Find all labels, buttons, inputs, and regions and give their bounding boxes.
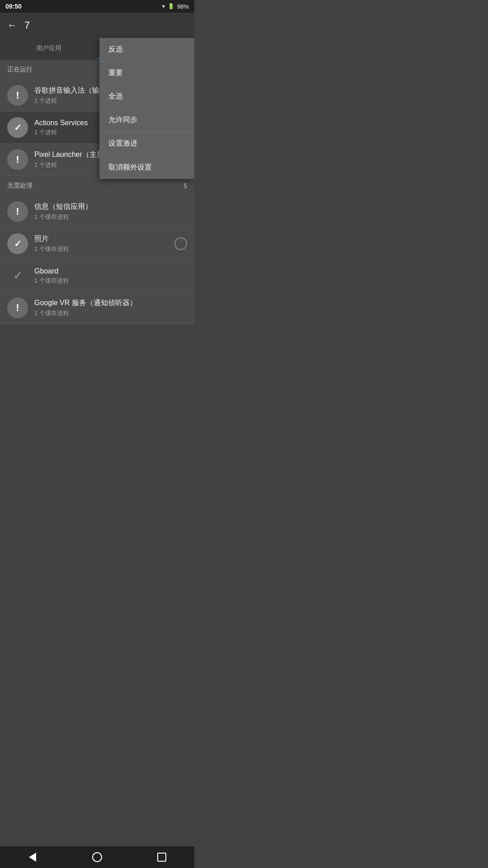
dropdown-item-select-all[interactable]: 全选 (99, 85, 194, 108)
app-sub-5: 1 个缓存进程 (34, 245, 174, 253)
app-sub-7: 1 个缓存进程 (34, 309, 187, 317)
app-item-gboard[interactable]: ✓ Gboard 1 个缓存进程 (0, 260, 194, 292)
app-icon-check-1: ✓ (7, 117, 28, 138)
app-icon-check-2: ✓ (7, 233, 28, 254)
dropdown-menu: 反选 重要 全选 允许同步 设置激进 取消额外设置 (99, 38, 194, 179)
battery-percent: 98% (177, 3, 189, 10)
section-running-title: 正在运行 (7, 66, 33, 74)
app-item-photos[interactable]: ✓ 照片 1 个缓存进程 (0, 228, 194, 260)
app-name-5: 照片 (34, 234, 174, 244)
dropdown-item-important[interactable]: 重要 (99, 61, 194, 85)
app-icon-exclaim-5: ! (7, 297, 28, 318)
dropdown-item-invert[interactable]: 反选 (99, 38, 194, 61)
app-icon-exclaim-4: ! (7, 201, 28, 222)
app-sub-6: 1 个缓存进程 (34, 277, 187, 285)
section-cached-title: 无需处理 (7, 182, 33, 190)
app-name-4: 信息（短信应用） (34, 202, 187, 212)
time-display: 09:50 (5, 3, 22, 10)
radio-button-photos[interactable] (174, 237, 187, 250)
tab-user-apps[interactable]: 用户应用 (0, 38, 97, 59)
back-button[interactable]: ← (7, 19, 17, 31)
status-bar: 09:50 ▾ 🔋 98% (0, 0, 194, 13)
dropdown-item-allow-sync[interactable]: 允许同步 (99, 108, 194, 132)
header: ← 7 (0, 13, 194, 38)
wifi-icon: ▾ (162, 3, 165, 9)
app-name-6: Gboard (34, 267, 187, 275)
page-title: 7 (24, 19, 30, 31)
app-icon-exclaim-3: ! (7, 149, 28, 170)
app-icon-exclaim-1: ! (7, 85, 28, 106)
app-item-google-vr[interactable]: ! Google VR 服务（通知侦听器） 1 个缓存进程 (0, 292, 194, 324)
status-icons: ▾ 🔋 98% (162, 3, 189, 10)
section-cached-count: 5 (183, 182, 187, 189)
dropdown-item-aggressive[interactable]: 设置激进 (99, 132, 194, 156)
battery-icon: 🔋 (168, 3, 174, 9)
app-item-messages[interactable]: ! 信息（短信应用） 1 个缓存进程 (0, 196, 194, 228)
app-icon-checkonly-1: ✓ (7, 265, 28, 286)
app-name-7: Google VR 服务（通知侦听器） (34, 298, 187, 308)
app-sub-4: 1 个缓存进程 (34, 213, 187, 221)
dropdown-item-cancel-extra[interactable]: 取消额外设置 (99, 156, 194, 179)
